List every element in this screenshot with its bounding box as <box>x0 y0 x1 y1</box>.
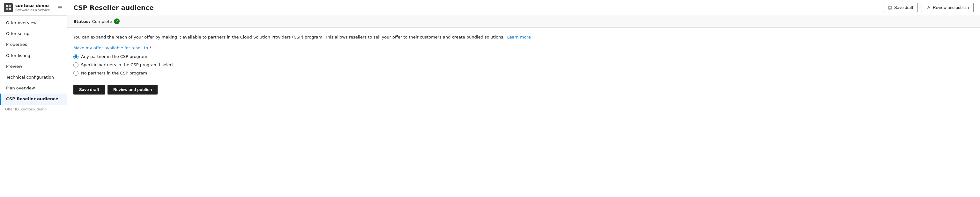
svg-rect-8 <box>889 6 891 7</box>
content-area: Status: Complete ✓ You can expand the re… <box>67 15 980 197</box>
sidebar-item-offer-listing[interactable]: Offer listing <box>0 50 67 61</box>
save-draft-button-top[interactable]: Save draft <box>883 3 918 12</box>
radio-no-partners-label: No partners in the CSP program <box>81 71 147 76</box>
sidebar-item-label: CSP Reseller audience <box>6 96 58 101</box>
status-label: Status: <box>73 19 90 24</box>
resell-label: Make my offer available for resell to * <box>73 46 974 50</box>
svg-rect-6 <box>58 9 62 9</box>
status-bar: Status: Complete ✓ <box>67 15 980 28</box>
sidebar-item-label: Offer overview <box>6 20 37 25</box>
radio-option-no-partners[interactable]: No partners in the CSP program <box>73 71 974 76</box>
review-publish-button-top[interactable]: Review and publish <box>922 3 974 12</box>
content-body: You can expand the reach of your offer b… <box>67 28 980 101</box>
radio-specific-partners-label: Specific partners in the CSP program I s… <box>81 62 174 67</box>
action-buttons: Save draft Review and publish <box>73 85 974 95</box>
sidebar-header: contoso_demo Software as a Service <box>0 0 67 16</box>
app-logo-icon <box>4 3 13 12</box>
sidebar-collapse-button[interactable] <box>57 5 63 11</box>
sidebar-item-label: Offer setup <box>6 31 29 36</box>
sidebar-item-label: Properties <box>6 42 27 47</box>
page-title: CSP Reseller audience <box>73 4 154 11</box>
topbar-actions: Save draft Review and publish <box>883 3 974 12</box>
svg-rect-5 <box>58 7 62 8</box>
radio-group: Any partner in the CSP program Specific … <box>73 54 974 76</box>
radio-specific-partners[interactable] <box>73 62 78 68</box>
sidebar-item-preview[interactable]: Preview <box>0 61 67 72</box>
status-value: Complete <box>92 19 112 24</box>
review-publish-label-top: Review and publish <box>933 5 969 10</box>
svg-rect-0 <box>6 5 8 7</box>
radio-option-any-partner[interactable]: Any partner in the CSP program <box>73 54 974 59</box>
radio-no-partners[interactable] <box>73 71 78 76</box>
svg-rect-1 <box>9 5 11 7</box>
resell-label-text: Make my offer available for resell to <box>73 46 148 50</box>
publish-icon <box>926 5 931 10</box>
sidebar-item-plan-overview[interactable]: Plan overview <box>0 83 67 94</box>
sidebar-item-label: Technical configuration <box>6 75 54 80</box>
radio-option-specific-partners[interactable]: Specific partners in the CSP program I s… <box>73 62 974 68</box>
svg-rect-3 <box>9 8 11 10</box>
learn-more-link[interactable]: Learn more <box>507 35 531 39</box>
app-subtitle: Software as a Service <box>15 8 50 12</box>
sidebar-item-label: Preview <box>6 64 22 69</box>
save-draft-button[interactable]: Save draft <box>73 85 105 95</box>
sidebar-item-technical-configuration[interactable]: Technical configuration <box>0 72 67 83</box>
save-draft-label-top: Save draft <box>894 5 913 10</box>
svg-rect-9 <box>889 8 891 9</box>
sidebar-item-csp-reseller-audience[interactable]: CSP Reseller audience <box>0 94 67 104</box>
main-content: CSP Reseller audience Save draft Review … <box>67 0 980 197</box>
description-content: You can expand the reach of your offer b… <box>73 35 504 39</box>
sidebar-item-offer-overview[interactable]: Offer overview <box>0 17 67 28</box>
svg-rect-4 <box>58 6 62 7</box>
status-check-icon: ✓ <box>114 19 119 24</box>
review-publish-button[interactable]: Review and publish <box>108 85 158 95</box>
sidebar-offer-id: Offer ID: contoso_demo <box>0 105 67 114</box>
app-name: contoso_demo <box>15 3 50 8</box>
sidebar-header-text: contoso_demo Software as a Service <box>15 3 50 12</box>
sidebar-item-offer-setup[interactable]: Offer setup <box>0 28 67 39</box>
required-asterisk: * <box>149 46 151 50</box>
sidebar-item-properties[interactable]: Properties <box>0 39 67 50</box>
sidebar: contoso_demo Software as a Service Offer… <box>0 0 67 197</box>
topbar: CSP Reseller audience Save draft Review … <box>67 0 980 15</box>
description-text: You can expand the reach of your offer b… <box>73 34 974 40</box>
sidebar-item-label: Offer listing <box>6 53 30 58</box>
radio-any-partner-label: Any partner in the CSP program <box>81 54 147 59</box>
svg-rect-2 <box>6 8 8 10</box>
radio-any-partner[interactable] <box>73 54 78 59</box>
sidebar-item-label: Plan overview <box>6 86 35 90</box>
save-icon <box>888 5 892 10</box>
sidebar-nav: Offer overview Offer setup Properties Of… <box>0 16 67 197</box>
